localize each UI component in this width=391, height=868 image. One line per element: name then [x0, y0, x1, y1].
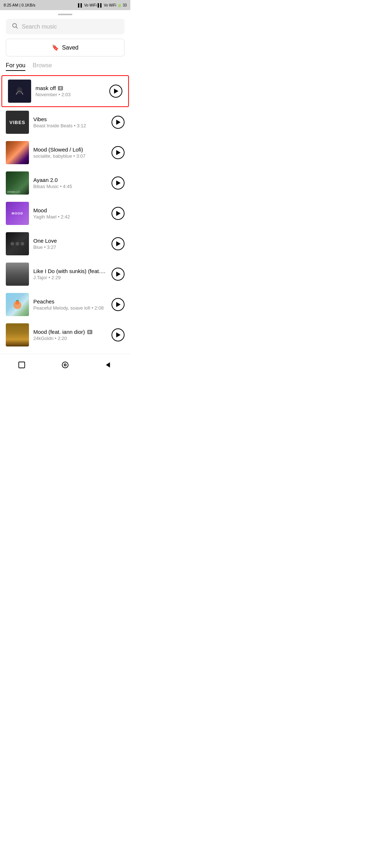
song-title-row: Peaches — [33, 298, 107, 305]
song-info-8: Peaches Peaceful Melody, soave lofi • 2:… — [33, 298, 107, 311]
svg-line-1 — [16, 27, 17, 28]
song-title-row: mask off E — [35, 85, 105, 91]
album-art-7 — [6, 263, 29, 286]
song-title: Mood (Slowed / Lofi) — [33, 146, 83, 153]
song-info-3: Mood (Slowed / Lofi) socialite, babyblue… — [33, 146, 107, 159]
song-title: Mood (feat. iann dior) — [33, 329, 85, 335]
play-button-5[interactable] — [112, 207, 125, 220]
nav-home-button[interactable] — [59, 358, 72, 371]
nav-bar — [0, 354, 130, 374]
song-title-row: Vibes — [33, 116, 107, 122]
play-button-1[interactable] — [109, 85, 122, 98]
song-title-row: One Love — [33, 238, 107, 244]
search-icon — [12, 22, 18, 31]
signal-icons: ▌▌ Vo WiFi ▌▌ Vo WiFi 🔋 — [78, 3, 122, 7]
song-title: Mood — [33, 207, 47, 213]
tabs-container: For you Browse — [6, 62, 125, 71]
song-title: Peaches — [33, 298, 54, 305]
status-bar: 8:25 AM | 0.1KB/s ▌▌ Vo WiFi ▌▌ Vo WiFi … — [0, 0, 130, 10]
song-meta: J.Tajor • 2:29 — [33, 275, 107, 280]
song-meta: Blue • 3:27 — [33, 244, 107, 250]
song-list: mask off E November • 2:03 VIBES Vibes B… — [0, 75, 130, 350]
svg-marker-17 — [106, 362, 110, 368]
song-title-row: Mood (Slowed / Lofi) — [33, 146, 107, 153]
svg-marker-6 — [116, 180, 121, 186]
svg-marker-12 — [116, 302, 121, 307]
album-art-3 — [6, 141, 29, 164]
song-item-5[interactable]: MOOD Mood Yagih Mael • 2:42 — [0, 198, 130, 229]
nav-stop-button[interactable] — [15, 358, 28, 371]
song-item-7[interactable]: Like I Do (with sunkis) (feat. sunkis) J… — [0, 259, 130, 289]
song-title: Like I Do (with sunkis) (feat. sunkis) — [33, 268, 107, 274]
status-right: ▌▌ Vo WiFi ▌▌ Vo WiFi 🔋 33 — [78, 3, 127, 7]
song-info-7: Like I Do (with sunkis) (feat. sunkis) J… — [33, 268, 107, 280]
song-meta: Bibas Music • 4:45 — [33, 184, 107, 189]
song-title: mask off — [35, 85, 56, 91]
song-info-5: Mood Yagih Mael • 2:42 — [33, 207, 107, 220]
play-button-2[interactable] — [112, 116, 125, 129]
song-item-2[interactable]: VIBES Vibes Beast Inside Beats • 3:12 — [0, 107, 130, 137]
song-info-2: Vibes Beast Inside Beats • 3:12 — [33, 116, 107, 128]
song-title: Ayaan 2.0 — [33, 177, 58, 183]
song-item-1[interactable]: mask off E November • 2:03 — [1, 75, 129, 107]
album-art-2: VIBES — [6, 111, 29, 134]
song-meta: Beast Inside Beats • 3:12 — [33, 123, 107, 128]
svg-marker-7 — [116, 211, 121, 216]
song-title: Vibes — [33, 116, 47, 122]
song-meta: 24kGoldn • 2:20 — [33, 336, 107, 341]
song-meta: Yagih Mael • 2:42 — [33, 214, 107, 220]
song-title-row: Like I Do (with sunkis) (feat. sunkis) — [33, 268, 107, 274]
svg-marker-9 — [116, 272, 121, 277]
search-placeholder: Search music — [22, 24, 57, 30]
song-item-4[interactable]: AYAAN 2.0 Ayaan 2.0 Bibas Music • 4:45 — [0, 168, 130, 198]
song-info-4: Ayaan 2.0 Bibas Music • 4:45 — [33, 177, 107, 189]
song-item-6[interactable]: One Love Blue • 3:27 — [0, 229, 130, 259]
drag-handle — [58, 14, 72, 15]
play-button-6[interactable] — [112, 237, 125, 250]
nav-back-button[interactable] — [102, 358, 115, 371]
explicit-badge: E — [87, 330, 92, 334]
svg-point-0 — [13, 24, 17, 27]
song-item-8[interactable]: Peaches Peaceful Melody, soave lofi • 2:… — [0, 289, 130, 320]
time-display: 8:25 AM | 0.1KB/s — [4, 3, 35, 7]
svg-point-16 — [64, 364, 66, 366]
svg-marker-3 — [114, 89, 118, 94]
song-meta: Peaceful Melody, soave lofi • 2:08 — [33, 305, 107, 311]
tab-for-you[interactable]: For you — [6, 62, 25, 71]
song-title: One Love — [33, 238, 57, 244]
bookmark-icon: 🔖 — [52, 44, 59, 51]
album-art-5: MOOD — [6, 202, 29, 225]
svg-marker-5 — [116, 150, 121, 155]
svg-marker-8 — [116, 241, 121, 246]
tab-browse[interactable]: Browse — [33, 62, 52, 71]
play-button-7[interactable] — [112, 268, 125, 281]
song-info-9: Mood (feat. iann dior) E 24kGoldn • 2:20 — [33, 329, 107, 341]
play-button-8[interactable] — [112, 298, 125, 311]
album-art-9 — [6, 323, 29, 346]
play-button-4[interactable] — [112, 176, 125, 190]
song-item-3[interactable]: Mood (Slowed / Lofi) socialite, babyblue… — [0, 137, 130, 168]
song-title-row: Ayaan 2.0 — [33, 177, 107, 183]
album-art-8 — [6, 293, 29, 316]
svg-rect-14 — [19, 362, 25, 368]
song-item-9[interactable]: Mood (feat. iann dior) E 24kGoldn • 2:20 — [0, 320, 130, 350]
song-title-row: Mood — [33, 207, 107, 213]
album-art-1 — [8, 80, 31, 103]
song-info-1: mask off E November • 2:03 — [35, 85, 105, 97]
album-art-6 — [6, 232, 29, 255]
explicit-badge: E — [58, 86, 63, 90]
play-button-9[interactable] — [112, 328, 125, 341]
saved-label: Saved — [62, 44, 78, 51]
song-info-6: One Love Blue • 3:27 — [33, 238, 107, 250]
play-button-3[interactable] — [112, 146, 125, 159]
svg-marker-13 — [116, 332, 121, 337]
search-bar[interactable]: Search music — [6, 19, 125, 34]
status-left: 8:25 AM | 0.1KB/s — [4, 3, 35, 7]
song-title-row: Mood (feat. iann dior) E — [33, 329, 107, 335]
svg-point-2 — [17, 87, 22, 94]
song-meta: socialite, babyblue • 3:07 — [33, 153, 107, 159]
song-meta: November • 2:03 — [35, 92, 105, 97]
saved-button[interactable]: 🔖 Saved — [6, 39, 125, 56]
svg-point-15 — [62, 362, 68, 368]
svg-marker-4 — [116, 120, 121, 125]
